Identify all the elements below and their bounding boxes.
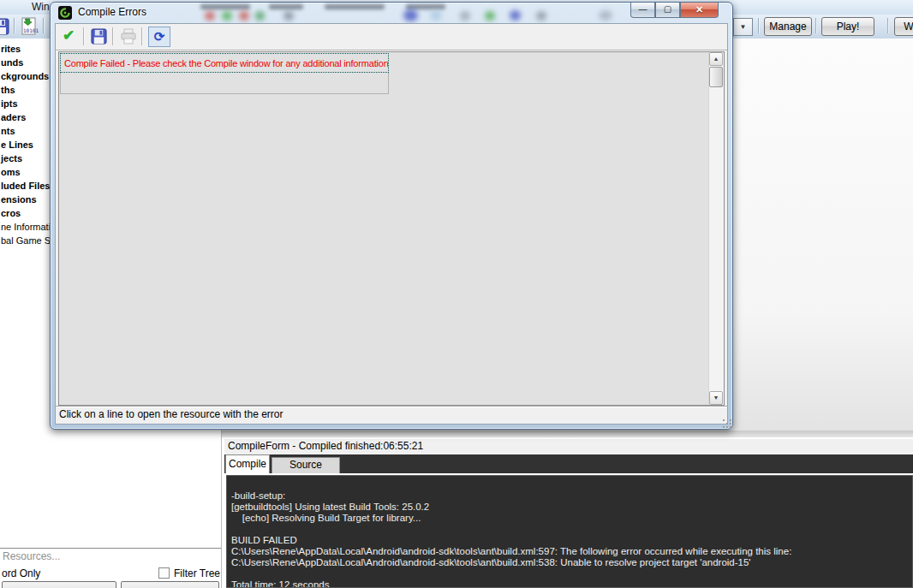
blurred-icon-ghost bbox=[510, 10, 521, 21]
output-tabstrip: Compile Source Control bbox=[224, 454, 913, 473]
dialog-client: ✔ bbox=[55, 23, 728, 425]
output-panel: CompileForm - Compiled finished:06:55:21… bbox=[224, 439, 913, 588]
save-icon[interactable] bbox=[0, 18, 9, 35]
blurred-icon-ghost bbox=[599, 10, 612, 21]
play-button[interactable]: Play! bbox=[821, 17, 874, 36]
search-resources-input[interactable]: Resources... bbox=[0, 548, 221, 566]
blurred-menu-ghost bbox=[406, 4, 445, 9]
error-row-empty[interactable] bbox=[60, 73, 389, 94]
webserver-button[interactable]: W bbox=[894, 17, 913, 36]
tab-source-control[interactable]: Source Control bbox=[272, 457, 340, 473]
filter-tree-label: Filter Tree bbox=[174, 567, 220, 579]
toolbar-separator bbox=[43, 18, 44, 33]
compile-console: -build-setup: [getbuildtools] Using late… bbox=[224, 473, 913, 588]
target-dropdown-button[interactable]: ▼ bbox=[733, 18, 753, 36]
error-list-scrollbar[interactable]: ▲ ▼ bbox=[708, 52, 724, 405]
tree-filter-row: ord Only Filter Tree bbox=[0, 566, 221, 582]
toolbar-separator bbox=[815, 18, 816, 33]
toolbar-separator bbox=[141, 27, 142, 45]
tab-compile[interactable]: Compile bbox=[225, 454, 270, 473]
word-only-label: ord Only bbox=[2, 567, 40, 579]
blurred-icon-ghost bbox=[283, 11, 294, 21]
console-line bbox=[231, 479, 912, 490]
compile-status-header: CompileForm - Compiled finished:06:55:21 bbox=[224, 439, 913, 454]
blurred-icon-ghost bbox=[205, 11, 215, 21]
svg-text:10101: 10101 bbox=[23, 27, 39, 33]
export-code-icon[interactable]: 10101 bbox=[20, 17, 39, 36]
console-line: -build-setup: bbox=[231, 490, 912, 502]
toolbar-separator bbox=[887, 18, 888, 33]
print-errors-icon[interactable] bbox=[120, 28, 137, 45]
refresh-icon[interactable]: ⟳ bbox=[148, 27, 170, 47]
compile-errors-dialog: Compile Errors — ▢ ✕ ✔ bbox=[50, 2, 733, 430]
console-line: Total time: 12 seconds bbox=[231, 579, 912, 588]
panel-splitter[interactable] bbox=[221, 431, 913, 439]
dialog-title: Compile Errors bbox=[78, 6, 146, 18]
blurred-icon-ghost bbox=[403, 9, 418, 21]
dialog-toolbar: ✔ bbox=[56, 24, 727, 50]
console-line: [getbuildtools] Using latest Build Tools… bbox=[231, 502, 912, 513]
blurred-icon-ghost bbox=[255, 11, 265, 21]
filter-tree-checkbox[interactable] bbox=[158, 567, 170, 579]
error-row-selected[interactable]: Compile Failed - Please check the Compil… bbox=[60, 53, 389, 73]
blurred-menu-ghost bbox=[325, 4, 385, 9]
blurred-icon-ghost bbox=[430, 10, 442, 21]
minimize-button[interactable]: — bbox=[630, 3, 655, 18]
maximize-button[interactable]: ▢ bbox=[655, 3, 680, 18]
blurred-icon-ghost bbox=[536, 11, 546, 21]
console-line: C:\Users\Rene\AppData\Local\Android\andr… bbox=[231, 557, 912, 568]
toolbar-separator bbox=[112, 27, 113, 45]
blurred-icon-ghost bbox=[239, 11, 249, 21]
compile-console-text: -build-setup: [getbuildtools] Using late… bbox=[226, 475, 913, 588]
tree-bottom-button-right[interactable] bbox=[121, 581, 219, 588]
toolbar-separator bbox=[14, 18, 15, 33]
console-line bbox=[231, 524, 912, 535]
blurred-menu-ghost bbox=[200, 4, 250, 9]
blurred-icon-ghost bbox=[485, 11, 495, 21]
caption-buttons: — ▢ ✕ bbox=[630, 3, 719, 18]
gamemaker-app-icon bbox=[58, 6, 72, 20]
console-line bbox=[231, 568, 912, 579]
error-list: Compile Failed - Please check the Compil… bbox=[58, 51, 725, 406]
save-errors-icon[interactable] bbox=[91, 28, 107, 45]
tree-bottom-button-left[interactable] bbox=[2, 581, 116, 588]
screen: Window 10101 ▼ Manage Play! W bbox=[0, 0, 913, 588]
check-errors-icon[interactable]: ✔ bbox=[63, 27, 75, 45]
blurred-menu-ghost bbox=[269, 4, 303, 9]
console-line: [echo] Resolving Build Target for librar… bbox=[231, 513, 912, 524]
console-line: C:\Users\Rene\AppData\Local\Android\andr… bbox=[231, 546, 912, 557]
toolbar-separator bbox=[83, 27, 84, 45]
blurred-icon-ghost bbox=[460, 11, 470, 21]
console-line: BUILD FAILED bbox=[231, 535, 912, 546]
scroll-up-icon[interactable]: ▲ bbox=[709, 52, 723, 66]
close-button[interactable]: ✕ bbox=[680, 3, 719, 18]
resize-grip[interactable] bbox=[723, 419, 725, 421]
dialog-status-bar: Click on a line to open the resource wit… bbox=[56, 406, 727, 424]
scroll-down-icon[interactable]: ▼ bbox=[709, 391, 723, 405]
scrollbar-thumb[interactable] bbox=[709, 67, 723, 87]
manage-button[interactable]: Manage bbox=[764, 17, 812, 36]
blurred-icon-ghost bbox=[222, 11, 232, 21]
toolbar-separator bbox=[758, 18, 759, 33]
